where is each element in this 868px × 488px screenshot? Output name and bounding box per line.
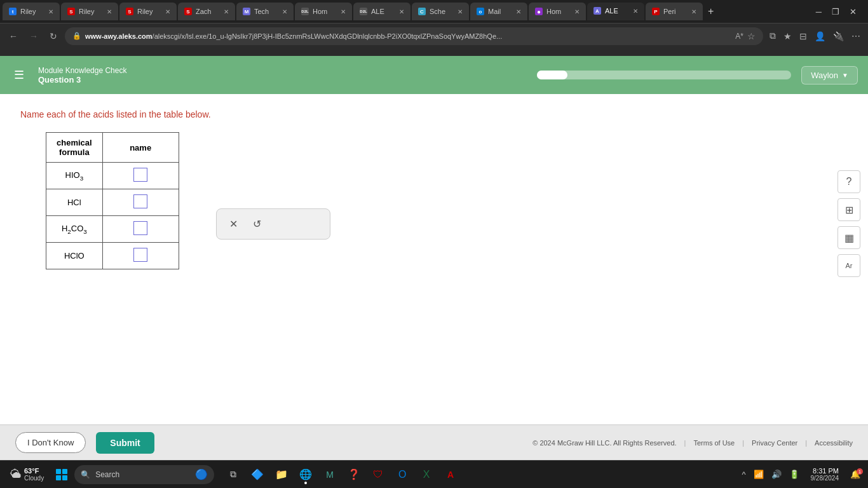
user-menu-button[interactable]: Waylon ▼ xyxy=(801,66,858,85)
tab-3-label: Riley xyxy=(137,8,161,15)
reload-button[interactable]: ↻ xyxy=(46,29,61,44)
address-text: www-awy.aleks.com/alekscgi/x/lsl.exe/1o_… xyxy=(85,32,731,40)
name-h2co3[interactable] xyxy=(102,216,179,243)
notification-button[interactable]: 1 🔔 xyxy=(848,468,863,480)
tab-10-close[interactable]: ✕ xyxy=(574,8,580,15)
browser-actions: ⧉ ★ ⊟ 👤 🔌 ⋯ xyxy=(767,28,863,44)
tab-9-close[interactable]: ✕ xyxy=(516,8,521,15)
name-hcl[interactable] xyxy=(102,189,179,216)
table-row: HIO3 xyxy=(46,163,179,189)
copilot-button[interactable]: 🔷 xyxy=(246,463,269,486)
file-explorer-button[interactable]: 📁 xyxy=(270,463,293,486)
calculator-icon: ⊞ xyxy=(845,204,853,216)
chart-button[interactable]: ▦ xyxy=(837,226,860,249)
tab-3-close[interactable]: ✕ xyxy=(165,8,170,15)
tab-4[interactable]: S Zach ✕ xyxy=(178,3,235,20)
bing-logo: 🔵 xyxy=(195,468,208,480)
tab-4-close[interactable]: ✕ xyxy=(224,8,229,15)
periodic-icon: Ar xyxy=(846,262,853,269)
hamburger-button[interactable]: ☰ xyxy=(10,64,28,86)
excel-button[interactable]: X xyxy=(415,463,438,486)
split-screen-icon[interactable]: ⧉ xyxy=(767,28,778,44)
input-h2co3[interactable] xyxy=(133,221,147,235)
module-label: Module Knowledge Check xyxy=(38,66,527,75)
settings-icon[interactable]: ⋯ xyxy=(849,29,863,44)
minimize-button[interactable]: ─ xyxy=(812,6,825,18)
outlook-button[interactable]: O xyxy=(391,463,414,486)
new-tab-button[interactable]: + xyxy=(704,3,717,20)
tab-7-label: ALE xyxy=(371,8,395,15)
tab-2-close[interactable]: ✕ xyxy=(107,8,112,15)
undo-answer-button[interactable]: ↺ xyxy=(250,215,264,233)
dont-know-button[interactable]: I Don't Know xyxy=(15,432,86,453)
input-hcl[interactable] xyxy=(133,194,147,208)
privacy-link[interactable]: Privacy Center xyxy=(752,439,797,447)
close-answer-button[interactable]: ✕ xyxy=(227,215,240,233)
antivirus-button[interactable]: 🛡 xyxy=(367,463,390,486)
tab-7[interactable]: D2L ALE ✕ xyxy=(353,3,410,20)
tab-5[interactable]: M Tech ✕ xyxy=(236,3,294,20)
profile-icon[interactable]: 👤 xyxy=(812,29,828,44)
forward-button[interactable]: → xyxy=(25,29,42,44)
ai-reader-icon[interactable]: A* xyxy=(735,32,743,41)
tab-1-close[interactable]: ✕ xyxy=(48,8,53,15)
aleks-icon: A xyxy=(447,470,454,480)
tab-12-close[interactable]: ✕ xyxy=(691,8,696,15)
tab-5-label: Tech xyxy=(254,8,278,15)
name-hio3[interactable] xyxy=(102,163,179,189)
start-button[interactable] xyxy=(51,464,72,485)
help-desk-button[interactable]: ❓ xyxy=(342,463,365,486)
system-tray: ^ 📶 🔊 🔋 xyxy=(739,468,801,480)
submit-button[interactable]: Submit xyxy=(96,432,154,454)
task-view-button[interactable]: ⧉ xyxy=(222,463,245,486)
mybps-button[interactable]: M xyxy=(318,463,341,486)
notification-badge: 1 xyxy=(857,468,863,475)
weather-widget[interactable]: 🌥 63°F Cloudy xyxy=(5,466,49,483)
tab-2[interactable]: S Riley ✕ xyxy=(61,3,118,20)
tab-10[interactable]: ● Hom ✕ xyxy=(529,3,586,20)
edge-browser-button[interactable]: 🌐 xyxy=(294,463,317,486)
tab-5-close[interactable]: ✕ xyxy=(282,8,287,15)
accessibility-link[interactable]: Accessibility xyxy=(815,439,853,447)
tab-8[interactable]: C Sche ✕ xyxy=(412,3,469,20)
back-button[interactable]: ← xyxy=(5,29,22,44)
overflow-icon[interactable]: ^ xyxy=(739,468,748,480)
extensions-icon[interactable]: 🔌 xyxy=(831,29,846,44)
tab-8-close[interactable]: ✕ xyxy=(458,8,463,15)
col-formula-header: chemicalformula xyxy=(46,133,103,163)
terms-link[interactable]: Terms of Use xyxy=(693,439,735,447)
favorites-icon[interactable]: ★ xyxy=(781,29,794,44)
restore-button[interactable]: ❐ xyxy=(828,6,843,18)
tab-3[interactable]: S Riley ✕ xyxy=(119,3,177,20)
tab-6-close[interactable]: ✕ xyxy=(341,8,346,15)
input-hio3[interactable] xyxy=(133,168,147,182)
tab-12[interactable]: P Peri ✕ xyxy=(646,3,703,20)
collections-icon[interactable]: ⊟ xyxy=(797,29,810,44)
tab-6-label: Hom xyxy=(313,8,337,15)
bookmark-icon[interactable]: ☆ xyxy=(747,31,756,41)
periodic-table-button[interactable]: Ar xyxy=(837,254,860,277)
tab-1-label: Riley xyxy=(20,8,44,15)
tab-6[interactable]: D2L Hom ✕ xyxy=(295,3,352,20)
aleks-button[interactable]: A xyxy=(439,463,462,486)
clock[interactable]: 8:31 PM 9/28/2024 xyxy=(806,466,844,483)
volume-icon[interactable]: 🔊 xyxy=(769,468,784,480)
tab-11-close[interactable]: ✕ xyxy=(633,8,638,15)
address-box[interactable]: 🔒 www-awy.aleks.com/alekscgi/x/lsl.exe/1… xyxy=(65,27,763,45)
table-row: HCl xyxy=(46,189,179,216)
close-button[interactable]: ✕ xyxy=(846,6,860,18)
tab-7-close[interactable]: ✕ xyxy=(399,8,404,15)
tab-4-label: Zach xyxy=(196,8,220,15)
calculator-button[interactable]: ⊞ xyxy=(837,198,860,221)
app-container: ☰ Module Knowledge Check Question 3 Wayl… xyxy=(0,56,868,460)
footer-copyright: © 2024 McGraw Hill LLC. All Rights Reser… xyxy=(532,439,853,447)
tab-1[interactable]: t Riley ✕ xyxy=(3,3,60,20)
search-bar[interactable]: 🔍 Search 🔵 xyxy=(74,465,214,484)
help-button[interactable]: ? xyxy=(837,170,860,193)
tab-9[interactable]: o Mail ✕ xyxy=(470,3,527,20)
name-hclo[interactable] xyxy=(102,243,179,269)
network-icon[interactable]: 📶 xyxy=(751,468,766,480)
battery-icon[interactable]: 🔋 xyxy=(787,468,802,480)
tab-11-active[interactable]: A ALE ✕ xyxy=(587,3,644,20)
input-hclo[interactable] xyxy=(133,248,147,262)
